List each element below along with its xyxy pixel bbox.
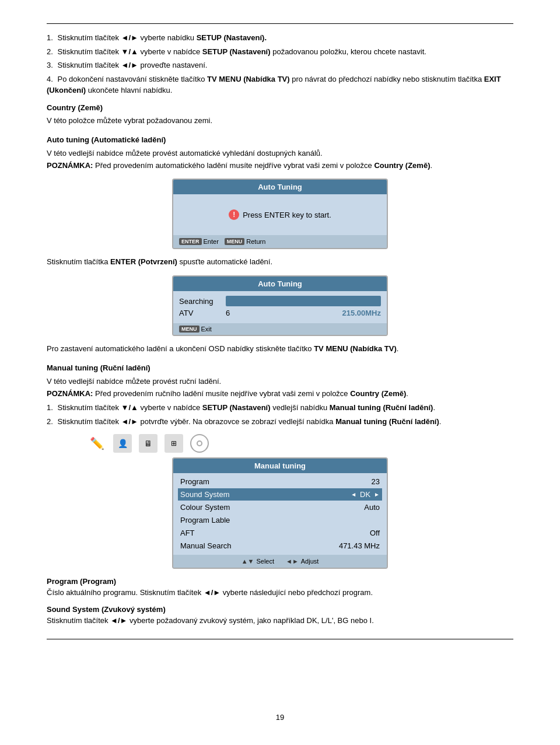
atv-freq: 215.00MHz <box>342 309 381 317</box>
menu-exit-label: MENU Exit <box>179 326 212 333</box>
mt-row-program: Program 23 <box>178 475 382 488</box>
manual-tuning-screen: Manual tuning Program 23 Sound System ◄ … <box>172 457 388 569</box>
auto-tuning-screen2-header: Auto Tuning <box>173 277 387 291</box>
searching-label: Searching <box>179 297 226 306</box>
country-text: V této položce můžete vybrat požadovanou… <box>47 115 513 127</box>
arrow-left-icon: ◄ <box>351 491 356 498</box>
steps-list: 1. Stisknutím tlačítek ◄/► vyberte nabíd… <box>47 32 513 96</box>
press-enter-instruction: Stisknutím tlačítka ENTER (Potvrzení) sp… <box>47 256 513 268</box>
sound-system-section: Sound System (Zvukový systém) Stisknutím… <box>47 605 513 627</box>
manual-tuning-screen-header: Manual tuning <box>173 459 387 473</box>
manual-tuning-screen-footer: ▲▼ Select ◄► Adjust <box>173 555 387 568</box>
country-title: Country (Země) <box>47 102 513 114</box>
enter-btn-label: ENTER Enter <box>179 238 219 245</box>
menu-btn-label: MENU Return <box>225 238 266 245</box>
auto-tuning-screen2-body: Searching ATV 6 215.00MHz <box>173 291 387 323</box>
mt-row-colour-system: Colour System Auto <box>178 501 382 513</box>
auto-tuning-screen1-body: ! Press ENTER key to start. <box>173 194 387 235</box>
manual-tuning-title: Manual tuning (Ruční ladění) <box>47 362 513 375</box>
step-1: 1. Stisknutím tlačítek ◄/► vyberte nabíd… <box>47 32 513 44</box>
mt-row-manual-search: Manual Search 471.43 MHz <box>178 540 382 552</box>
step-3: 3. Stisknutím tlačítek ◄/► proveďte nast… <box>47 60 513 71</box>
auto-tuning-screen2: Auto Tuning Searching ATV 6 215.00MHz ME… <box>172 275 388 336</box>
auto-tuning-title: Auto tuning (Automatické ladění) <box>47 134 513 146</box>
adjust-footer-item: ◄► Adjust <box>286 558 318 565</box>
exclaim-icon: ! <box>229 209 239 220</box>
auto-tuning-screen2-footer: MENU Exit <box>173 323 387 335</box>
icons-row: ✏️ 👤 🖥 ⊞ <box>88 434 513 453</box>
manual-tuning-text: V této vedlejší nabídce můžete provést r… <box>47 376 513 388</box>
person-icon: 👤 <box>113 434 132 453</box>
auto-tuning-section: Auto tuning (Automatické ladění) V této … <box>47 134 513 172</box>
select-footer-item: ▲▼ Select <box>242 558 274 565</box>
atv-label: ATV <box>179 309 226 317</box>
dot-circle-icon <box>190 434 209 453</box>
step-4: 4. Po dokončení nastavování stiskněte tl… <box>47 74 513 96</box>
exit-text: Exit <box>201 326 212 333</box>
mt-row-program-lable: Program Lable <box>178 514 382 526</box>
sound-system-title: Sound System (Zvukový systém) <box>47 605 513 614</box>
mt-row-sound-system: Sound System ◄ DK ► <box>178 488 382 501</box>
menu-exit-btn: MENU <box>179 326 200 333</box>
press-enter-text: Press ENTER key to start. <box>243 211 331 219</box>
sound-system-text: Stisknutím tlačítek ◄/► vyberte požadova… <box>47 615 513 627</box>
auto-tuning-text: V této vedlejší nabídce můžete provést a… <box>47 148 513 160</box>
atv-row: ATV 6 215.00MHz <box>179 309 381 317</box>
press-enter-message: ! Press ENTER key to start. <box>229 209 331 220</box>
searching-row: Searching <box>179 296 381 306</box>
country-section: Country (Země) V této položce můžete vyb… <box>47 102 513 128</box>
program-section-text: Číslo aktuálního programu. Stisknutím tl… <box>47 587 513 599</box>
program-section-title: Program (Program) <box>47 577 513 586</box>
manual-tuning-note: POZNÁMKA: Před provedením ručního ladění… <box>47 388 513 400</box>
updown-arrows-icon: ▲▼ <box>242 558 254 565</box>
program-section: Program (Program) Číslo aktuálního progr… <box>47 577 513 599</box>
atv-num: 6 <box>226 309 230 317</box>
enter-btn-box: ENTER <box>179 238 202 245</box>
page-number: 19 <box>0 713 560 722</box>
auto-tuning-screen1: Auto Tuning ! Press ENTER key to start. … <box>172 179 388 249</box>
search-progress-bar <box>226 296 381 306</box>
auto-tuning-screen1-header: Auto Tuning <box>173 180 387 194</box>
grid-icon: ⊞ <box>164 434 183 453</box>
leftright-arrows-icon: ◄► <box>286 558 299 565</box>
manual-step-2: 2. Stisknutím tlačítek ◄/► potvrďte výbě… <box>47 416 513 428</box>
menu-btn-text: Return <box>246 238 265 245</box>
select-footer-label: Select <box>256 558 274 565</box>
pencil-icon: ✏️ <box>88 434 106 453</box>
stop-instruction: Pro zastavení automatického ladění a uko… <box>47 343 513 355</box>
manual-tuning-screen-body: Program 23 Sound System ◄ DK ► Colour Sy… <box>173 473 387 555</box>
step-2: 2. Stisknutím tlačítek ▼/▲ vyberte v nab… <box>47 46 513 58</box>
adjust-footer-label: Adjust <box>301 558 319 565</box>
monitor-icon: 🖥 <box>139 434 158 453</box>
auto-tuning-note: POZNÁMKA: Před provedením automatického … <box>47 160 513 172</box>
menu-btn-box: MENU <box>225 238 245 245</box>
manual-step-1: 1. Stisknutím tlačítek ▼/▲ vyberte v nab… <box>47 402 513 414</box>
manual-tuning-section: Manual tuning (Ruční ladění) V této vedl… <box>47 362 513 427</box>
enter-btn-text: Enter <box>204 238 219 245</box>
arrow-right-icon: ► <box>374 491 380 498</box>
mt-row-aft: AFT Off <box>178 527 382 539</box>
auto-tuning-screen1-footer: ENTER Enter MENU Return <box>173 235 387 248</box>
